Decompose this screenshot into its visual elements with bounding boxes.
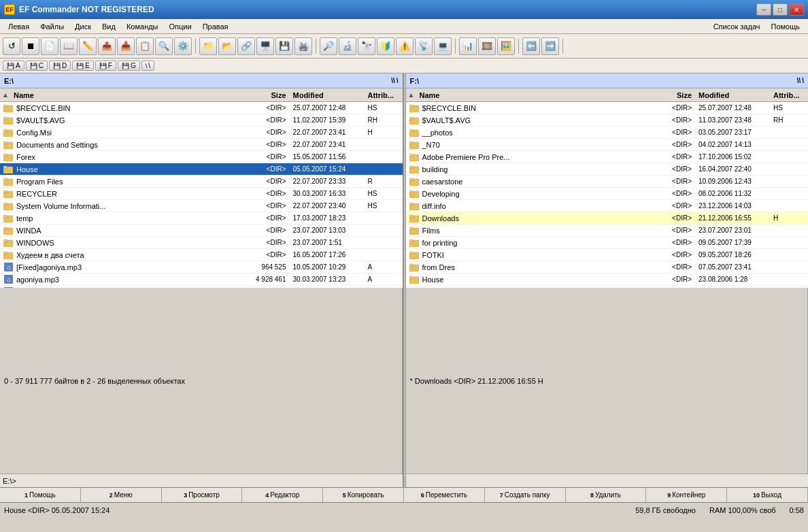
- file-row[interactable]: Худеем в два счета<DIR>16.05.2007 17:26: [0, 249, 403, 261]
- toolbar-btn-9[interactable]: ⚙️: [174, 37, 192, 55]
- toolbar-btn-27[interactable]: 🎞️: [478, 37, 496, 55]
- toolbar-btn-20[interactable]: 🔭: [358, 37, 375, 55]
- toolbar-btn-4[interactable]: ✏️: [79, 37, 97, 55]
- file-row[interactable]: House<DIR>23.08.2006 1:28: [406, 273, 809, 286]
- drive-btn-D[interactable]: 💾D: [49, 61, 71, 71]
- menu-item-3[interactable]: Вид: [97, 21, 121, 32]
- file-row[interactable]: $RECYCLE.BIN<DIR>25.07.2007 12:48HS: [0, 102, 403, 114]
- toolbar-btn-12[interactable]: 📂: [218, 37, 236, 55]
- left-file-list[interactable]: $RECYCLE.BIN<DIR>25.07.2007 12:48HS$VAUL…: [0, 102, 403, 288]
- file-row[interactable]: ♫agoniya.mp34 928 46130.03.2007 13:23A: [0, 273, 403, 286]
- file-row[interactable]: $VAULT$.AVG<DIR>11.02.2007 15:39RH: [0, 114, 403, 127]
- func-key-6[interactable]: 6Переместить: [404, 488, 485, 502]
- file-row[interactable]: Adobe Premiere Pro Pre...<DIR>17.10.2006…: [406, 151, 809, 163]
- drive-btn-F[interactable]: 💾F: [95, 61, 116, 71]
- menu-item-8[interactable]: Помощь: [766, 21, 806, 32]
- file-row[interactable]: __photos<DIR>03.05.2007 23:17: [406, 127, 809, 139]
- toolbar-btn-6[interactable]: 📥: [117, 37, 135, 55]
- toolbar-btn-19[interactable]: 🔬: [339, 37, 356, 55]
- file-row[interactable]: FOTKI<DIR>09.05.2007 18:26: [406, 249, 809, 261]
- file-row[interactable]: _N70<DIR>04.02.2007 14:13: [406, 139, 809, 151]
- toolbar-btn-13[interactable]: 🔗: [237, 37, 255, 55]
- toolbar-btn-14[interactable]: 🖥️: [256, 37, 274, 55]
- toolbar-btn-30[interactable]: ⬅️: [522, 37, 540, 55]
- func-key-5[interactable]: 5Копировать: [323, 488, 404, 502]
- toolbar-btn-15[interactable]: 💾: [275, 37, 293, 55]
- func-key-10[interactable]: 10Выход: [727, 488, 808, 502]
- file-row[interactable]: temp<DIR>17.03.2007 18:23: [0, 212, 403, 225]
- toolbar-btn-23[interactable]: 📡: [415, 37, 433, 55]
- file-row[interactable]: Downloads<DIR>21.12.2006 16:55H: [406, 212, 809, 225]
- menu-item-7[interactable]: Список задач: [708, 21, 766, 32]
- menu-item-5[interactable]: Опции: [164, 21, 197, 32]
- toolbar-btn-21[interactable]: 🔰: [377, 37, 394, 55]
- func-key-8[interactable]: 8Удалить: [566, 488, 647, 502]
- func-key-3[interactable]: 3Просмотр: [162, 488, 243, 502]
- file-row[interactable]: RECYCLER<DIR>30.03.2007 16:33HS: [0, 188, 403, 200]
- file-row[interactable]: WINDA<DIR>23.07.2007 13:03: [0, 225, 403, 237]
- toolbar-btn-7[interactable]: 📋: [136, 37, 154, 55]
- toolbar-btn-5[interactable]: 📤: [98, 37, 116, 55]
- right-col-attrib[interactable]: Attrib...: [771, 91, 808, 99]
- right-sort-icon[interactable]: ▲: [406, 91, 417, 99]
- left-col-size[interactable]: Size: [236, 91, 290, 99]
- right-col-modified[interactable]: Modified: [696, 91, 771, 99]
- func-key-9[interactable]: 9Контейнер: [646, 488, 727, 502]
- left-col-attrib[interactable]: Attrib...: [365, 91, 403, 99]
- toolbar-btn-31[interactable]: ➡️: [541, 37, 559, 55]
- file-row[interactable]: Developing<DIR>08.02.2006 11:32: [406, 188, 809, 200]
- toolbar-btn-11[interactable]: 📁: [199, 37, 217, 55]
- file-row[interactable]: House<DIR>05.05.2007 15:24: [0, 163, 403, 176]
- toolbar-btn-26[interactable]: 📊: [459, 37, 477, 55]
- file-row[interactable]: ♫[Fixed]agoniya.mp3964 52510.05.2007 10:…: [0, 261, 403, 273]
- drive-btn-C[interactable]: 💾C: [26, 61, 48, 71]
- right-file-list[interactable]: $RECYCLE.BIN<DIR>25.07.2007 12:48HS$VAUL…: [406, 102, 809, 288]
- left-nav-unc[interactable]: \\: [391, 77, 395, 84]
- left-sort-icon[interactable]: ▲: [0, 91, 11, 99]
- menu-item-2[interactable]: Диск: [69, 21, 97, 32]
- toolbar-btn-18[interactable]: 🔎: [320, 37, 337, 55]
- toolbar-btn-16[interactable]: 🖨️: [294, 37, 312, 55]
- file-row[interactable]: $RECYCLE.BIN<DIR>25.07.2007 12:48HS: [406, 102, 809, 114]
- file-row[interactable]: $VAULT$.AVG<DIR>11.03.2007 23:48RH: [406, 114, 809, 127]
- drive-btn-\[interactable]: \\: [141, 61, 154, 71]
- toolbar-btn-3[interactable]: 📖: [60, 37, 78, 55]
- minimize-button[interactable]: ─: [756, 3, 771, 16]
- menu-item-1[interactable]: Файлы: [35, 21, 69, 32]
- file-row[interactable]: System Volume Informati...<DIR>22.07.200…: [0, 200, 403, 212]
- left-col-name[interactable]: Name: [11, 91, 236, 99]
- menu-item-0[interactable]: Левая: [3, 21, 35, 32]
- toolbar-btn-28[interactable]: 🖼️: [497, 37, 515, 55]
- func-key-1[interactable]: 1Помощь: [0, 488, 81, 502]
- drive-btn-G[interactable]: 💾G: [118, 61, 140, 71]
- file-row[interactable]: WINDOWS<DIR>23.07.2007 1:51: [0, 237, 403, 249]
- drive-btn-A[interactable]: 💾A: [3, 61, 24, 71]
- file-row[interactable]: Program Files<DIR>22.07.2007 23:33R: [0, 176, 403, 188]
- func-key-7[interactable]: 7Создать папку: [485, 488, 566, 502]
- right-nav-unc[interactable]: \\: [797, 77, 801, 84]
- menu-item-4[interactable]: Команды: [121, 21, 164, 32]
- file-row[interactable]: building<DIR>16.04.2007 22:40: [406, 163, 809, 176]
- file-row[interactable]: from Dres<DIR>07.05.2007 23:41: [406, 261, 809, 273]
- right-col-size[interactable]: Size: [641, 91, 696, 99]
- toolbar-btn-22[interactable]: ⚠️: [396, 37, 414, 55]
- file-row[interactable]: Forex<DIR>15.05.2007 11:56: [0, 151, 403, 163]
- func-key-4[interactable]: 4Редактор: [242, 488, 323, 502]
- maximize-button[interactable]: □: [773, 3, 788, 16]
- close-button[interactable]: ✕: [789, 3, 804, 16]
- file-row[interactable]: for printing<DIR>09.05.2007 17:39: [406, 237, 809, 249]
- file-row[interactable]: diff.info<DIR>23.12.2006 14:03: [406, 200, 809, 212]
- func-key-2[interactable]: 2Меню: [81, 488, 162, 502]
- toolbar-btn-0[interactable]: ↺: [3, 37, 20, 55]
- toolbar-btn-24[interactable]: 💻: [434, 37, 452, 55]
- left-nav-root[interactable]: \: [397, 77, 399, 84]
- toolbar-btn-1[interactable]: ⏹: [22, 37, 39, 55]
- right-nav-root[interactable]: \: [802, 77, 804, 84]
- left-col-modified[interactable]: Modified: [290, 91, 365, 99]
- toolbar-btn-2[interactable]: 📄: [41, 37, 58, 55]
- file-row[interactable]: Config.Msi<DIR>22.07.2007 23:41H: [0, 127, 403, 139]
- menu-item-6[interactable]: Правая: [197, 21, 234, 32]
- right-col-name[interactable]: Name: [417, 91, 642, 99]
- drive-btn-E[interactable]: 💾E: [72, 61, 94, 71]
- file-row[interactable]: Documents and Settings<DIR>22.07.2007 23…: [0, 139, 403, 151]
